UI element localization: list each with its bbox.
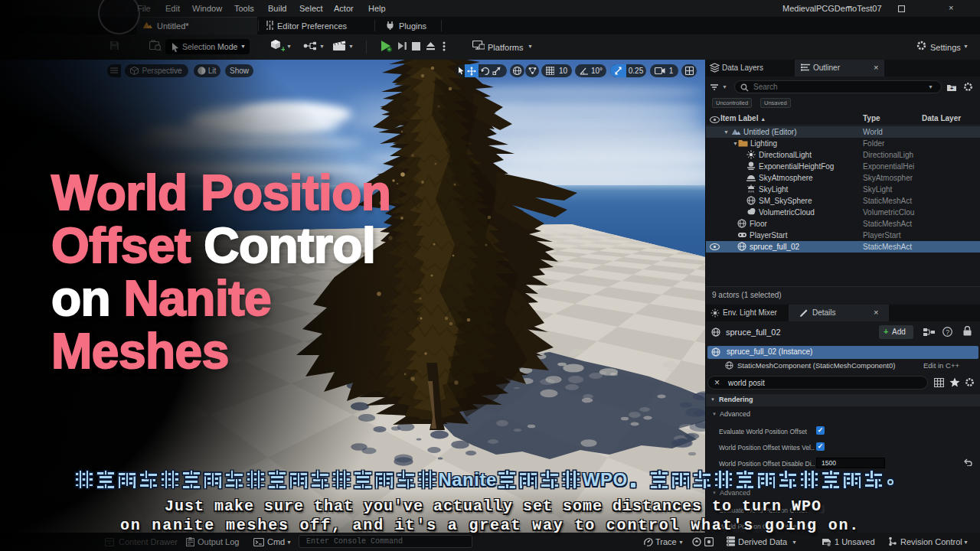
- svg-text:?: ?: [946, 328, 949, 336]
- svg-text:+: +: [950, 85, 954, 92]
